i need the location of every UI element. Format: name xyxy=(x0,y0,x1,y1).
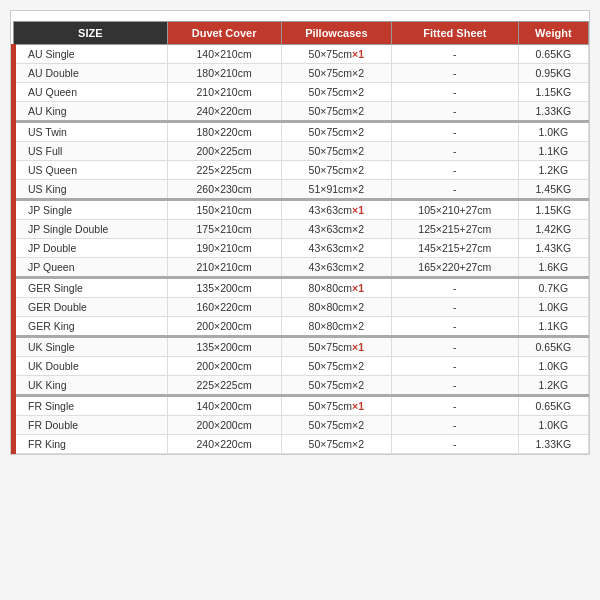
table-row: AU King240×220cm50×75cm×2-1.33KG xyxy=(14,102,589,122)
cell-pillow: 50×75cm×1 xyxy=(281,45,391,64)
cell-size: AU Double xyxy=(14,64,168,83)
cell-size: US Full xyxy=(14,142,168,161)
cell-weight: 0.65KG xyxy=(518,337,588,357)
cell-size: FR King xyxy=(14,435,168,454)
cell-weight: 1.15KG xyxy=(518,200,588,220)
table-row: US King260×230cm51×91cm×2-1.45KG xyxy=(14,180,589,200)
cell-pillow: 50×75cm×2 xyxy=(281,435,391,454)
cell-duvet: 240×220cm xyxy=(167,435,281,454)
cell-pillow: 50×75cm×2 xyxy=(281,376,391,396)
cell-duvet: 260×230cm xyxy=(167,180,281,200)
table-row: AU Single140×210cm50×75cm×1-0.65KG xyxy=(14,45,589,64)
cell-fitted: - xyxy=(391,278,518,298)
cell-duvet: 225×225cm xyxy=(167,161,281,180)
cell-duvet: 210×210cm xyxy=(167,258,281,278)
cell-size: JP Single xyxy=(14,200,168,220)
cell-size: JP Single Double xyxy=(14,220,168,239)
cell-size: FR Double xyxy=(14,416,168,435)
cell-size: UK King xyxy=(14,376,168,396)
table-row: GER King200×200cm80×80cm×2-1.1KG xyxy=(14,317,589,337)
cell-fitted: - xyxy=(391,416,518,435)
cell-weight: 1.15KG xyxy=(518,83,588,102)
cell-size: AU Queen xyxy=(14,83,168,102)
table-row: UK Single135×200cm50×75cm×1-0.65KG xyxy=(14,337,589,357)
cell-weight: 1.42KG xyxy=(518,220,588,239)
table-row: JP Double190×210cm43×63cm×2145×215+27cm1… xyxy=(14,239,589,258)
table-row: GER Double160×220cm80×80cm×2-1.0KG xyxy=(14,298,589,317)
cell-weight: 1.0KG xyxy=(518,122,588,142)
table-row: AU Double180×210cm50×75cm×2-0.95KG xyxy=(14,64,589,83)
cell-fitted: 125×215+27cm xyxy=(391,220,518,239)
cell-fitted: 105×210+27cm xyxy=(391,200,518,220)
table-row: GER Single135×200cm80×80cm×1-0.7KG xyxy=(14,278,589,298)
cell-pillow: 50×75cm×2 xyxy=(281,122,391,142)
table-row: US Twin180×220cm50×75cm×2-1.0KG xyxy=(14,122,589,142)
cell-weight: 1.0KG xyxy=(518,357,588,376)
cell-duvet: 240×220cm xyxy=(167,102,281,122)
cell-duvet: 200×200cm xyxy=(167,416,281,435)
cell-weight: 1.45KG xyxy=(518,180,588,200)
cell-duvet: 210×210cm xyxy=(167,83,281,102)
product-table-container: SIZEDuvet CoverPillowcasesFitted SheetWe… xyxy=(10,10,590,455)
cell-pillow: 80×80cm×2 xyxy=(281,298,391,317)
cell-fitted: - xyxy=(391,376,518,396)
cell-fitted: 165×220+27cm xyxy=(391,258,518,278)
header-duvet-cover: Duvet Cover xyxy=(167,22,281,45)
cell-fitted: - xyxy=(391,45,518,64)
cell-fitted: 145×215+27cm xyxy=(391,239,518,258)
cell-pillow: 43×63cm×2 xyxy=(281,258,391,278)
cell-duvet: 200×225cm xyxy=(167,142,281,161)
cell-size: US King xyxy=(14,180,168,200)
cell-duvet: 180×220cm xyxy=(167,122,281,142)
cell-pillow: 50×75cm×2 xyxy=(281,416,391,435)
cell-size: AU Single xyxy=(14,45,168,64)
cell-pillow: 43×63cm×2 xyxy=(281,220,391,239)
cell-duvet: 225×225cm xyxy=(167,376,281,396)
cell-weight: 0.65KG xyxy=(518,396,588,416)
cell-weight: 1.1KG xyxy=(518,317,588,337)
cell-duvet: 190×210cm xyxy=(167,239,281,258)
table-row: JP Single Double175×210cm43×63cm×2125×21… xyxy=(14,220,589,239)
cell-weight: 1.1KG xyxy=(518,142,588,161)
cell-pillow: 80×80cm×1 xyxy=(281,278,391,298)
cell-fitted: - xyxy=(391,337,518,357)
cell-fitted: - xyxy=(391,122,518,142)
cell-weight: 1.6KG xyxy=(518,258,588,278)
cell-size: FR Single xyxy=(14,396,168,416)
cell-pillow: 50×75cm×2 xyxy=(281,357,391,376)
cell-pillow: 50×75cm×1 xyxy=(281,337,391,357)
cell-pillow: 50×75cm×2 xyxy=(281,102,391,122)
table-row: JP Queen210×210cm43×63cm×2165×220+27cm1.… xyxy=(14,258,589,278)
cell-weight: 1.0KG xyxy=(518,416,588,435)
cell-pillow: 51×91cm×2 xyxy=(281,180,391,200)
header-size: SIZE xyxy=(14,22,168,45)
cell-size: JP Double xyxy=(14,239,168,258)
cell-pillow: 50×75cm×2 xyxy=(281,142,391,161)
table-row: FR King240×220cm50×75cm×2-1.33KG xyxy=(14,435,589,454)
cell-fitted: - xyxy=(391,64,518,83)
page-title xyxy=(11,11,589,21)
cell-weight: 0.95KG xyxy=(518,64,588,83)
table-header-row: SIZEDuvet CoverPillowcasesFitted SheetWe… xyxy=(14,22,589,45)
cell-fitted: - xyxy=(391,357,518,376)
cell-weight: 0.7KG xyxy=(518,278,588,298)
cell-fitted: - xyxy=(391,83,518,102)
cell-fitted: - xyxy=(391,142,518,161)
cell-fitted: - xyxy=(391,180,518,200)
cell-weight: 1.33KG xyxy=(518,102,588,122)
cell-size: JP Queen xyxy=(14,258,168,278)
cell-weight: 1.2KG xyxy=(518,376,588,396)
cell-pillow: 43×63cm×1 xyxy=(281,200,391,220)
cell-weight: 1.43KG xyxy=(518,239,588,258)
cell-size: US Queen xyxy=(14,161,168,180)
cell-duvet: 140×200cm xyxy=(167,396,281,416)
cell-fitted: - xyxy=(391,435,518,454)
header-pillowcases: Pillowcases xyxy=(281,22,391,45)
cell-fitted: - xyxy=(391,161,518,180)
table-row: US Queen225×225cm50×75cm×2-1.2KG xyxy=(14,161,589,180)
table-row: FR Single140×200cm50×75cm×1-0.65KG xyxy=(14,396,589,416)
cell-size: GER King xyxy=(14,317,168,337)
cell-duvet: 200×200cm xyxy=(167,317,281,337)
cell-duvet: 135×200cm xyxy=(167,278,281,298)
cell-pillow: 80×80cm×2 xyxy=(281,317,391,337)
